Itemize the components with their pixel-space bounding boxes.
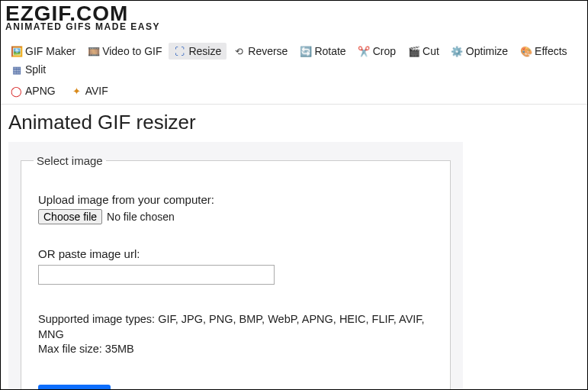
main-nav-row-1: 🖼️GIF Maker🎞️Video to GIF⛶Resize⟲Reverse… [1, 43, 587, 78]
upload-from-computer-label: Upload image from your computer: [38, 193, 433, 206]
nav-item-label: Optimize [466, 45, 508, 57]
nav-item-apng[interactable]: ◯APNG [5, 82, 61, 99]
avif-icon: ✦ [71, 85, 82, 97]
nav-item-label: Resize [188, 45, 221, 57]
nav-item-label: APNG [25, 85, 56, 97]
image-url-input[interactable] [38, 265, 275, 285]
page-title: Animated GIF resizer [8, 111, 580, 134]
main-nav-row-2: ◯APNG✦AVIF [1, 82, 587, 105]
upload-panel: Select image Upload image from your comp… [8, 142, 463, 390]
crop-icon: ✂️ [358, 46, 370, 57]
rotate-icon: 🔄 [300, 46, 311, 57]
resize-icon: ⛶ [174, 46, 185, 57]
cut-icon: 🎬 [408, 46, 419, 57]
file-chosen-status: No file chosen [107, 211, 175, 223]
nav-item-crop[interactable]: ✂️Crop [353, 43, 401, 60]
nav-item-label: Video to GIF [102, 45, 162, 57]
optimize-icon: ⚙️ [451, 46, 463, 57]
paste-url-label: OR paste image url: [38, 247, 433, 260]
nav-item-gif-maker[interactable]: 🖼️GIF Maker [5, 43, 81, 60]
nav-item-label: Effects [535, 45, 567, 57]
nav-item-avif[interactable]: ✦AVIF [66, 82, 114, 99]
select-image-fieldset: Select image Upload image from your comp… [21, 154, 451, 390]
nav-item-resize[interactable]: ⛶Resize [169, 43, 227, 60]
logo-main-text: EZGIF.COM [5, 4, 583, 23]
logo-subtitle: ANIMATED GIFS MADE EASY [5, 21, 583, 32]
nav-item-label: Cut [423, 45, 439, 57]
supported-types-text: Supported image types: GIF, JPG, PNG, BM… [38, 312, 433, 342]
apng-icon: ◯ [11, 85, 22, 97]
choose-file-button[interactable]: Choose file [38, 209, 102, 224]
upload-button[interactable]: Upload! [38, 385, 111, 390]
nav-item-optimize[interactable]: ⚙️Optimize [446, 43, 513, 60]
site-logo[interactable]: EZGIF.COM ANIMATED GIFS MADE EASY [1, 1, 587, 32]
support-info: Supported image types: GIF, JPG, PNG, BM… [38, 312, 433, 357]
effects-icon: 🎨 [520, 46, 532, 57]
main-content: Animated GIF resizer Select image Upload… [1, 105, 587, 390]
video-to-gif-icon: 🎞️ [88, 46, 99, 57]
nav-item-label: Rotate [314, 45, 345, 57]
nav-item-label: GIF Maker [25, 45, 76, 57]
reverse-icon: ⟲ [233, 46, 245, 57]
gif-maker-icon: 🖼️ [11, 46, 22, 57]
nav-item-label: Split [25, 63, 46, 76]
fieldset-legend: Select image [34, 154, 106, 167]
nav-item-label: Reverse [248, 45, 288, 57]
max-file-size-text: Max file size: 35MB [38, 342, 433, 357]
nav-item-effects[interactable]: 🎨Effects [515, 43, 573, 60]
nav-item-video-to-gif[interactable]: 🎞️Video to GIF [82, 43, 167, 60]
nav-item-rotate[interactable]: 🔄Rotate [294, 43, 351, 60]
nav-item-label: Crop [373, 45, 396, 57]
nav-item-reverse[interactable]: ⟲Reverse [228, 43, 293, 60]
nav-item-cut[interactable]: 🎬Cut [403, 43, 445, 60]
split-icon: ▦ [11, 64, 22, 76]
nav-item-split[interactable]: ▦Split [5, 61, 51, 78]
nav-item-label: AVIF [85, 85, 108, 97]
